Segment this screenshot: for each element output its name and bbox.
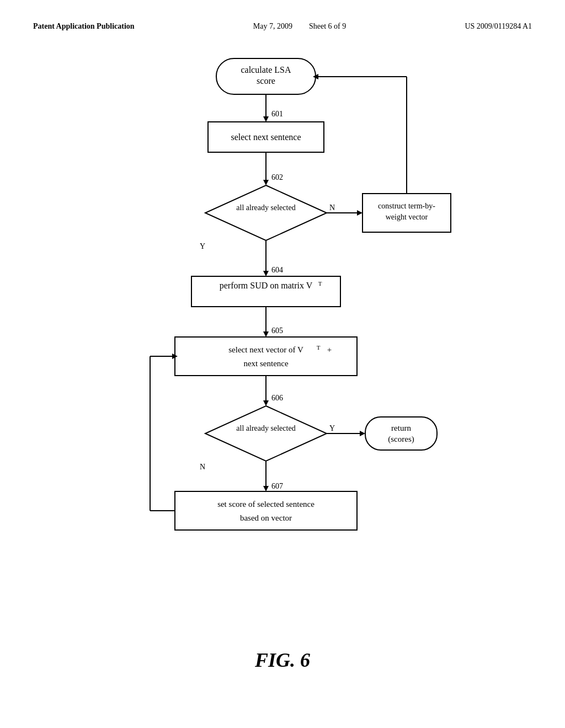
svg-marker-6 (205, 185, 327, 240)
node-603-line1: construct term-by- (378, 202, 435, 210)
flowchart-svg: calculate LSA score 601 select next sent… (89, 53, 476, 632)
n-label-606: N (200, 463, 205, 471)
node-607-line1: set score of selected sentence (217, 500, 315, 508)
label-605: 605 (271, 326, 283, 335)
label-601: 601 (271, 110, 283, 118)
header-publication-type: Patent Application Publication (33, 22, 135, 31)
node-603-line2: weight vector (386, 213, 428, 221)
node-605-line2: next sentence (243, 359, 289, 368)
node-601: select next sentence (231, 132, 301, 142)
node-605-plus: + (327, 345, 332, 354)
y-label-602: Y (200, 242, 205, 250)
header-patent: US 2009/0119284 A1 (465, 22, 532, 31)
flowchart-diagram: calculate LSA score 601 select next sent… (33, 53, 532, 632)
start-node-label: calculate LSA (241, 65, 291, 74)
label-604: 604 (271, 266, 283, 274)
svg-marker-23 (360, 431, 365, 436)
figure-label: FIG. 6 (33, 649, 532, 672)
node-606: all already selected (236, 424, 295, 432)
svg-marker-5 (263, 180, 269, 185)
start-node-label2: score (257, 76, 275, 85)
node-602: all already selected (236, 204, 295, 212)
node-604-line1: perform SUD on matrix V (220, 281, 313, 291)
label-606: 606 (271, 394, 283, 402)
svg-marker-26 (263, 486, 269, 491)
page-header: Patent Application Publication May 7, 20… (33, 22, 532, 31)
label-607: 607 (271, 482, 283, 490)
page: Patent Application Publication May 7, 20… (0, 0, 565, 728)
svg-marker-21 (205, 406, 327, 461)
label-602: 602 (271, 173, 283, 181)
svg-rect-18 (175, 337, 357, 376)
node-605-superscript: T (317, 344, 321, 351)
node-604-superscript: T (318, 280, 322, 287)
svg-rect-27 (175, 491, 357, 530)
y-label-606: Y (329, 424, 335, 432)
header-center: May 7, 2009 Sheet 6 of 9 (253, 22, 346, 31)
end-node-line1: return (391, 424, 411, 432)
node-605-line1: select next vector of V (228, 345, 303, 354)
node-607-line2: based on vector (240, 513, 292, 522)
svg-marker-14 (263, 271, 269, 276)
svg-marker-8 (357, 210, 363, 216)
svg-marker-2 (263, 116, 269, 122)
end-node-line2: (scores) (388, 435, 414, 444)
n-label-602: N (329, 204, 335, 212)
svg-rect-24 (365, 417, 437, 450)
svg-marker-20 (263, 400, 269, 406)
header-date: May 7, 2009 (253, 22, 292, 31)
svg-marker-17 (263, 331, 269, 337)
header-sheet: Sheet 6 of 9 (309, 22, 346, 31)
